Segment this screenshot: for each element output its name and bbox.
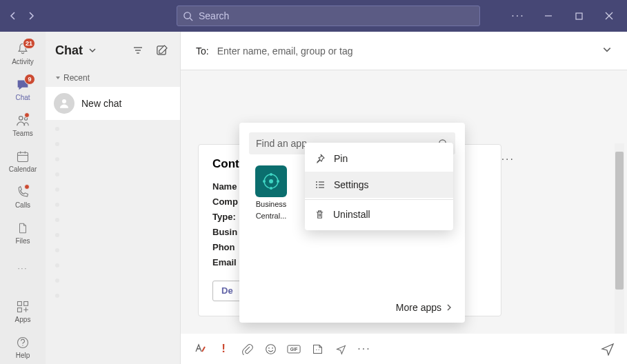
rail-chat[interactable]: 9 Chat bbox=[2, 72, 43, 106]
bell-icon: 21 bbox=[14, 41, 31, 57]
sticker-button[interactable] bbox=[310, 342, 324, 356]
compose-more-button[interactable]: ··· bbox=[357, 342, 371, 356]
app-tile-label: Central... bbox=[249, 212, 293, 221]
to-label: To: bbox=[196, 46, 209, 57]
ctx-uninstall[interactable]: Uninstall bbox=[305, 201, 453, 228]
rail-help[interactable]: Help bbox=[2, 330, 43, 364]
teams-notification-dot bbox=[24, 112, 30, 118]
trash-icon bbox=[315, 210, 325, 220]
svg-point-30 bbox=[316, 181, 317, 183]
emoji-button[interactable] bbox=[263, 342, 277, 356]
priority-button[interactable]: ! bbox=[217, 342, 230, 356]
avatar-icon bbox=[54, 93, 74, 114]
svg-point-26 bbox=[270, 173, 272, 176]
svg-point-32 bbox=[316, 187, 317, 188]
rail-calls[interactable]: Calls bbox=[2, 179, 43, 214]
svg-point-0 bbox=[184, 12, 190, 18]
to-input[interactable]: Enter name, email, group or tag bbox=[217, 46, 594, 57]
apps-icon bbox=[14, 299, 31, 315]
nav-forward-button[interactable] bbox=[22, 7, 40, 25]
rail-label: Activity bbox=[12, 58, 34, 65]
scrollbar-thumb[interactable] bbox=[615, 152, 624, 290]
chat-list-item-new[interactable]: New chat bbox=[46, 87, 180, 120]
to-expand-button[interactable] bbox=[602, 45, 612, 57]
rail-label: Calls bbox=[15, 201, 30, 209]
chat-badge: 9 bbox=[24, 74, 35, 85]
new-chat-button[interactable] bbox=[152, 41, 170, 59]
business-central-icon bbox=[255, 165, 287, 197]
attach-button[interactable] bbox=[240, 342, 254, 356]
extensions-button[interactable] bbox=[334, 342, 348, 356]
card-details-button[interactable]: De bbox=[212, 281, 242, 301]
chevron-right-icon bbox=[446, 304, 452, 311]
chat-panel-title: Chat bbox=[55, 43, 83, 58]
rail-label: Help bbox=[16, 352, 30, 359]
svg-rect-3 bbox=[576, 13, 582, 19]
find-app-placeholder: Find an app bbox=[256, 138, 307, 149]
search-placeholder: Search bbox=[199, 10, 229, 21]
svg-rect-13 bbox=[24, 302, 28, 306]
maximize-button[interactable] bbox=[565, 6, 593, 26]
rail-files[interactable]: Files bbox=[2, 215, 43, 250]
svg-point-31 bbox=[316, 184, 317, 185]
ctx-settings[interactable]: Settings bbox=[305, 172, 453, 198]
svg-rect-12 bbox=[18, 302, 22, 306]
menu-divider bbox=[305, 199, 453, 200]
svg-point-36 bbox=[266, 344, 275, 354]
rail-label: Apps bbox=[15, 316, 31, 323]
rail-label: Calendar bbox=[9, 165, 37, 173]
app-tile-label: Business bbox=[249, 200, 293, 209]
svg-rect-14 bbox=[18, 308, 22, 312]
minimize-button[interactable] bbox=[535, 6, 562, 26]
app-context-menu: Pin Settings Uninstall bbox=[305, 143, 453, 230]
rail-activity[interactable]: 21 Activity bbox=[2, 36, 43, 70]
svg-line-1 bbox=[190, 18, 192, 21]
close-button[interactable] bbox=[595, 6, 623, 26]
help-icon bbox=[14, 334, 31, 351]
svg-point-42 bbox=[318, 349, 319, 350]
pin-icon bbox=[315, 153, 326, 164]
svg-point-37 bbox=[268, 347, 270, 348]
filter-button[interactable] bbox=[129, 41, 147, 59]
svg-point-16 bbox=[22, 345, 23, 346]
rail-label: Teams bbox=[12, 130, 32, 137]
nav-back-button[interactable] bbox=[4, 7, 22, 25]
teams-icon bbox=[14, 112, 31, 129]
rail-label: Files bbox=[15, 237, 30, 245]
compose-toolbar: ! GIF ··· bbox=[181, 334, 627, 364]
calls-notification-dot bbox=[24, 184, 30, 190]
more-apps-button[interactable]: More apps bbox=[396, 302, 452, 313]
activity-badge: 21 bbox=[23, 38, 35, 49]
svg-text:GIF: GIF bbox=[290, 347, 298, 352]
rail-apps[interactable]: Apps bbox=[2, 294, 43, 328]
svg-point-28 bbox=[270, 187, 272, 190]
svg-point-29 bbox=[263, 180, 266, 183]
settings-list-icon bbox=[315, 179, 326, 190]
chevron-down-icon[interactable] bbox=[88, 46, 97, 54]
more-options-button[interactable]: ··· bbox=[504, 6, 532, 26]
ellipsis-icon: ··· bbox=[14, 260, 31, 276]
caret-down-icon bbox=[55, 75, 61, 81]
svg-rect-8 bbox=[18, 152, 28, 161]
gif-button[interactable]: GIF bbox=[287, 342, 301, 356]
svg-point-38 bbox=[272, 347, 273, 348]
rail-calendar[interactable]: Calendar bbox=[2, 143, 43, 178]
svg-point-21 bbox=[62, 99, 66, 103]
file-icon bbox=[14, 220, 31, 236]
format-button[interactable] bbox=[193, 342, 207, 356]
app-tile-business-central[interactable]: Business Central... bbox=[249, 165, 293, 221]
chat-list-panel: Chat Recent New chat bbox=[46, 32, 181, 364]
card-more-button[interactable]: ··· bbox=[501, 153, 515, 165]
recent-section-label[interactable]: Recent bbox=[46, 69, 180, 87]
titlebar: Search ··· bbox=[0, 0, 627, 32]
svg-point-6 bbox=[19, 117, 23, 121]
rail-more[interactable]: ··· bbox=[2, 251, 43, 285]
ctx-pin[interactable]: Pin bbox=[305, 145, 453, 172]
conversation-area: To: Enter name, email, group or tag ··· … bbox=[181, 32, 627, 364]
search-box[interactable]: Search bbox=[177, 6, 480, 26]
chat-item-label: New chat bbox=[81, 98, 121, 109]
svg-point-27 bbox=[277, 180, 279, 183]
chat-list-placeholders bbox=[46, 120, 180, 305]
send-button[interactable] bbox=[601, 342, 615, 356]
rail-teams[interactable]: Teams bbox=[2, 108, 43, 142]
